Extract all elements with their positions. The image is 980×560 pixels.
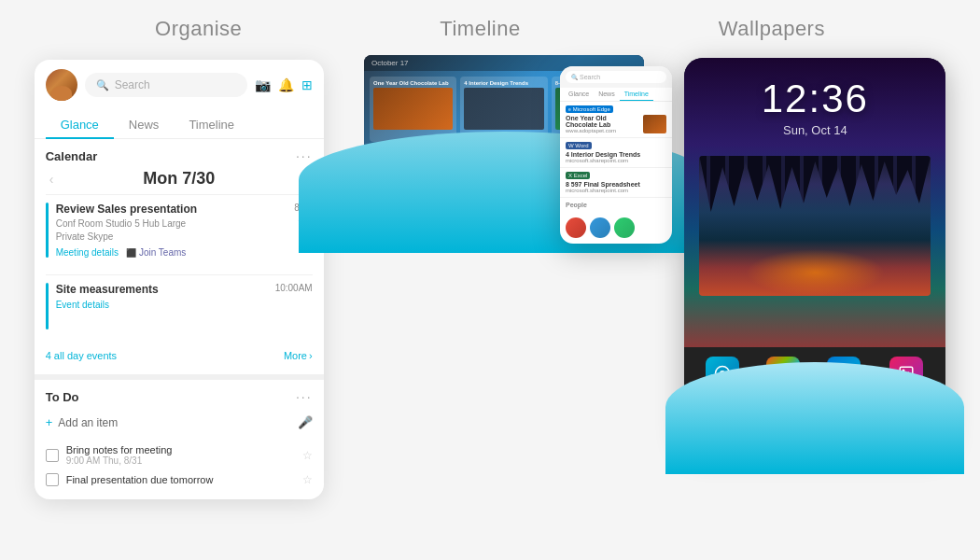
mic-icon[interactable]: 🎤 [298, 415, 313, 429]
timeline-item-3-title: 8 597 Final Spreadsheet [566, 181, 666, 188]
phone-tl-tabs: Glance News Timeline [560, 88, 672, 102]
top-icons: 📷 🔔 ⊞ [255, 77, 313, 92]
event-links-1: Meeting details ⬛ Join Teams [56, 247, 287, 258]
laptop-card-1: One Year Old Chocolate Lab [370, 77, 456, 142]
todo-item-1: Bring notes for meeting 9:00 AM Thu, 8/3… [46, 441, 313, 469]
timeline-item-1-thumb [643, 115, 666, 133]
all-day-text[interactable]: 4 all day events [46, 350, 117, 361]
timeline-item-3-url: microsoft.sharepoint.com [566, 188, 666, 193]
event-title-1: Review Sales presentation [56, 203, 287, 216]
timeline-item-3-text: 8 597 Final Spreadsheet microsoft.sharep… [566, 181, 666, 193]
more-link[interactable]: More › [284, 350, 313, 361]
laptop-card-title-2: 4 Interior Design Trends [464, 80, 543, 86]
organise-section: 🔍 Search 📷 🔔 ⊞ Glance News Timeline Cale… [35, 50, 324, 499]
timeline-phone-item-1: e Microsoft Edge One Year Old Chocolate … [560, 102, 672, 138]
grid-icon[interactable]: ⊞ [301, 77, 313, 92]
timeline-phone-item-2: W Word 4 Interior Design Trends microsof… [560, 138, 672, 168]
search-icon: 🔍 [96, 79, 109, 91]
phone-tab-news[interactable]: News [594, 88, 620, 101]
timeline-item-3-header: X Excel [566, 172, 666, 179]
avatar [46, 69, 77, 101]
event-bar-1 [46, 203, 49, 258]
todo-text-1: Bring notes for meeting [66, 444, 295, 455]
timeline-item-2-text: 4 Interior Design Trends microsoft.share… [566, 151, 666, 163]
add-item-row[interactable]: + Add an item 🎤 [46, 410, 313, 435]
cave-stalactites [699, 156, 931, 212]
tab-timeline[interactable]: Timeline [174, 110, 249, 138]
header-row: Organise Timeline Wallpapers [0, 0, 980, 50]
add-item-text: Add an item [58, 416, 291, 429]
phone-tab-glance[interactable]: Glance [564, 88, 594, 101]
join-teams-badge[interactable]: ⬛ Join Teams [126, 247, 186, 258]
phone-tl-search[interactable]: 🔍Search [566, 71, 666, 83]
todo-sub-1: 9:00 AM Thu, 8/31 [66, 455, 295, 466]
timeline-item-1-content: One Year Old Chocolate Lab www.adoptapet… [566, 115, 666, 133]
lock-time: 12:36 [699, 77, 931, 121]
todo-text-2: Final presentation due tomorrow [66, 474, 295, 485]
person-avatar-1 [566, 217, 586, 238]
wallpapers-title: Wallpapers [719, 17, 825, 41]
edge-badge: e Microsoft Edge [566, 105, 613, 113]
star-icon-1[interactable]: ☆ [302, 449, 313, 462]
calendar-section: Calendar ··· ‹ Mon 7/30 › Review Sales p… [35, 139, 324, 374]
cave-wallpaper [699, 156, 931, 296]
person-avatar-3 [614, 217, 635, 238]
laptop-card-image-1 [373, 88, 453, 130]
all-day-row: 4 all day events More › [46, 346, 313, 365]
calendar-label: Calendar [46, 149, 98, 163]
excel-badge: X Excel [566, 172, 590, 179]
word-badge: W Word [566, 142, 592, 149]
event-item-1: Review Sales presentation Conf Room Stud… [46, 194, 313, 265]
main-content: 🔍 Search 📷 🔔 ⊞ Glance News Timeline Cale… [0, 50, 980, 560]
calendar-header: Calendar ··· [46, 148, 313, 163]
todo-item-2: Final presentation due tomorrow ☆ [46, 469, 313, 490]
wallpaper-screen: 12:36 Sun, Oct 14 [684, 58, 945, 347]
star-icon-2[interactable]: ☆ [302, 473, 313, 486]
event-links-2: Event details [56, 300, 268, 310]
phone-tab-timeline[interactable]: Timeline [620, 88, 653, 101]
organise-tabs: Glance News Timeline [35, 110, 324, 139]
checkbox-2[interactable] [46, 473, 59, 486]
todo-label: To Do [46, 390, 79, 404]
timeline-phone: 🔍Search Glance News Timeline e Microsoft… [560, 66, 672, 244]
todo-header: To Do ··· [46, 389, 313, 404]
organise-search-bar[interactable]: 🔍 Search [85, 73, 247, 97]
meeting-details-link[interactable]: Meeting details [56, 247, 119, 258]
timeline-title: Timeline [440, 17, 520, 41]
event-content-2: Site measurements Event details [56, 283, 268, 329]
timeline-item-1-url: www.adoptapet.com [566, 128, 639, 133]
camera-icon[interactable]: 📷 [255, 77, 271, 92]
prev-arrow[interactable]: ‹ [49, 172, 54, 187]
todo-section: To Do ··· + Add an item 🎤 Bring notes fo… [35, 380, 324, 499]
calendar-nav: ‹ Mon 7/30 › [46, 169, 313, 194]
checkbox-1[interactable] [46, 449, 59, 462]
event-details-link[interactable]: Event details [56, 300, 109, 310]
bell-icon[interactable]: 🔔 [278, 77, 294, 92]
timeline-item-1-title: One Year Old Chocolate Lab [566, 115, 639, 128]
event-content-1: Review Sales presentation Conf Room Stud… [56, 203, 287, 258]
people-label: People [560, 198, 672, 212]
timeline-phone-item-3: X Excel 8 597 Final Spreadsheet microsof… [560, 168, 672, 198]
laptop-card-image-2 [464, 88, 543, 130]
timeline-item-2-header: W Word [566, 142, 666, 149]
organise-title: Organise [155, 17, 242, 41]
phone-tl-header: 🔍Search [560, 66, 672, 88]
timeline-section: October 17 One Year Old Chocolate Lab 4 … [336, 50, 672, 225]
todo-menu[interactable]: ··· [296, 389, 313, 404]
event-title-2: Site measurements [56, 283, 268, 296]
plus-icon: + [46, 415, 53, 429]
tab-glance[interactable]: Glance [46, 110, 114, 139]
avatar-image [46, 69, 77, 101]
people-row [560, 212, 672, 244]
cave-glow [746, 249, 885, 296]
calendar-date: Mon 7/30 [143, 169, 215, 189]
wallpapers-wave [665, 362, 964, 474]
organise-phone-card: 🔍 Search 📷 🔔 ⊞ Glance News Timeline Cale… [35, 60, 324, 499]
event-bar-2 [46, 283, 49, 329]
timeline-item-2-url: microsoft.sharepoint.com [566, 158, 666, 163]
wallpapers-section: 12:36 Sun, Oct 14 Launcher [684, 50, 945, 446]
tab-news[interactable]: News [114, 110, 175, 138]
search-placeholder-text: Search [115, 78, 150, 91]
calendar-menu[interactable]: ··· [296, 148, 313, 163]
event-time-2: 10:00AM [275, 283, 313, 329]
